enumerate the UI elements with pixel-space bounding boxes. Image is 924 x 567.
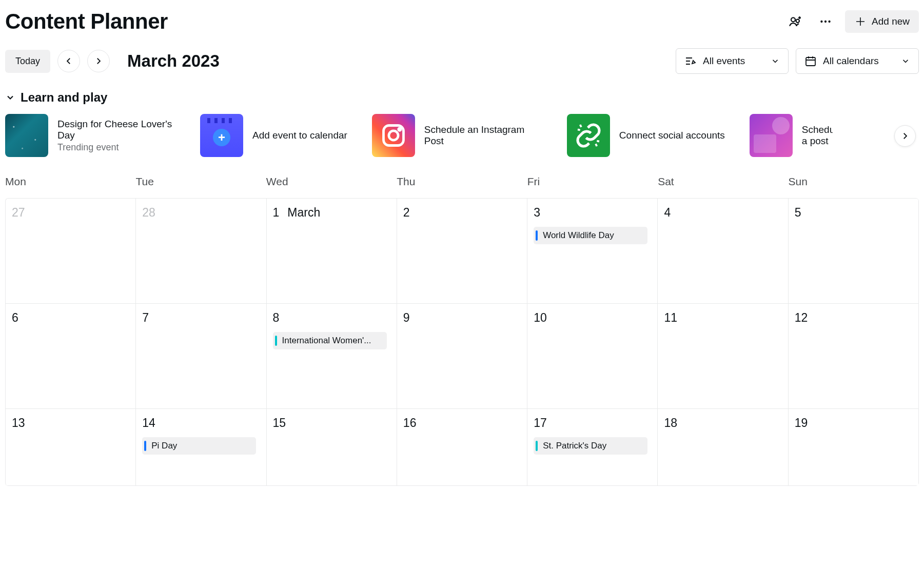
header-actions: Add new bbox=[785, 10, 919, 33]
day-number: 27 bbox=[12, 206, 129, 220]
card-connect-social[interactable]: Connect social accounts bbox=[567, 114, 725, 157]
page-title: Content Planner bbox=[5, 9, 168, 34]
edit-list-icon bbox=[684, 55, 697, 67]
card-title: Connect social accounts bbox=[619, 130, 725, 141]
calendar-day[interactable]: 14Pi Day bbox=[136, 409, 266, 486]
calendar-day[interactable]: 1March bbox=[267, 199, 397, 304]
weekday-label: Tue bbox=[135, 175, 266, 188]
weekday-label: Wed bbox=[266, 175, 397, 188]
day-number: 9 bbox=[403, 311, 521, 325]
svg-point-2 bbox=[820, 21, 822, 23]
event-chip[interactable]: World Wildlife Day bbox=[534, 227, 647, 244]
instagram-icon bbox=[380, 122, 407, 149]
people-plus-icon bbox=[788, 14, 803, 29]
event-color-bar bbox=[536, 230, 538, 241]
day-number: 10 bbox=[534, 311, 651, 325]
day-number: 14 bbox=[142, 416, 260, 430]
calendar-add-thumb bbox=[200, 114, 243, 157]
events-filter-dropdown[interactable]: All events bbox=[676, 48, 789, 74]
svg-point-3 bbox=[824, 21, 827, 23]
card-schedule-post[interactable]: Schedule a post bbox=[750, 114, 852, 157]
day-number: 4 bbox=[664, 206, 781, 220]
share-button[interactable] bbox=[785, 11, 806, 32]
svg-point-7 bbox=[389, 131, 398, 140]
card-title: Add event to calendar bbox=[252, 130, 347, 141]
calendar-day[interactable]: 27 bbox=[6, 199, 136, 304]
calendar-day[interactable]: 6 bbox=[6, 304, 136, 409]
day-number: 11 bbox=[664, 311, 781, 325]
day-number: 13 bbox=[12, 416, 129, 430]
add-new-button[interactable]: Add new bbox=[845, 10, 919, 33]
schedule-thumb bbox=[750, 114, 793, 157]
month-name: March bbox=[287, 206, 320, 220]
day-number: 5 bbox=[795, 206, 912, 220]
calendars-filter-label: All calendars bbox=[823, 55, 895, 67]
chevron-down-icon bbox=[771, 56, 780, 66]
trending-thumb bbox=[5, 114, 48, 157]
day-number: 6 bbox=[12, 311, 129, 325]
calendar-day[interactable]: 5 bbox=[789, 199, 919, 304]
chevron-right-icon bbox=[900, 131, 910, 141]
svg-point-1 bbox=[796, 19, 800, 23]
event-color-bar bbox=[536, 441, 538, 451]
weekday-row: Mon Tue Wed Thu Fri Sat Sun bbox=[5, 171, 919, 198]
plus-icon bbox=[854, 15, 867, 28]
card-trending-event[interactable]: Design for Cheese Lover's Day Trending e… bbox=[5, 114, 175, 157]
day-number: 3 bbox=[534, 206, 651, 220]
events-filter-label: All events bbox=[703, 55, 764, 67]
event-chip[interactable]: Pi Day bbox=[142, 437, 256, 455]
calendar-day[interactable]: 15 bbox=[267, 409, 397, 486]
calendar-day[interactable]: 10 bbox=[527, 304, 658, 409]
calendar-day[interactable]: 8International Women'... bbox=[267, 304, 397, 409]
chevron-down-icon bbox=[901, 56, 910, 66]
chevron-down-icon bbox=[5, 92, 15, 103]
weekday-label: Thu bbox=[397, 175, 527, 188]
event-label: International Women'... bbox=[282, 336, 371, 346]
calendars-filter-dropdown[interactable]: All calendars bbox=[796, 48, 919, 74]
svg-point-8 bbox=[399, 128, 401, 130]
card-add-event[interactable]: Add event to calendar bbox=[200, 114, 347, 157]
calendar-day[interactable]: 17St. Patrick's Day bbox=[527, 409, 658, 486]
next-month-button[interactable] bbox=[87, 50, 110, 72]
more-button[interactable] bbox=[815, 11, 836, 32]
calendar-day[interactable]: 7 bbox=[136, 304, 266, 409]
day-number: 1March bbox=[273, 206, 390, 220]
day-number: 15 bbox=[273, 416, 390, 430]
calendar-day[interactable]: 28 bbox=[136, 199, 266, 304]
calendar-day[interactable]: 2 bbox=[397, 199, 527, 304]
day-number: 19 bbox=[795, 416, 912, 430]
calendar-day[interactable]: 18 bbox=[658, 409, 788, 486]
calendar-day[interactable]: 12 bbox=[789, 304, 919, 409]
calendar-day[interactable]: 16 bbox=[397, 409, 527, 486]
prev-month-button[interactable] bbox=[57, 50, 80, 72]
weekday-label: Sun bbox=[789, 175, 919, 188]
month-label: March 2023 bbox=[127, 51, 220, 71]
today-button[interactable]: Today bbox=[5, 50, 50, 73]
weekday-label: Sat bbox=[658, 175, 788, 188]
more-horizontal-icon bbox=[819, 15, 832, 28]
calendar-icon bbox=[804, 55, 817, 67]
add-new-label: Add new bbox=[872, 16, 910, 27]
scroll-next-button[interactable] bbox=[894, 125, 916, 147]
calendar-day[interactable]: 11 bbox=[658, 304, 788, 409]
day-number: 7 bbox=[142, 311, 260, 325]
day-number: 28 bbox=[142, 206, 260, 220]
calendar-day[interactable]: 13 bbox=[6, 409, 136, 486]
calendar-day[interactable]: 4 bbox=[658, 199, 788, 304]
event-chip[interactable]: International Women'... bbox=[273, 332, 387, 349]
card-subtitle: Trending event bbox=[57, 142, 175, 153]
day-number: 16 bbox=[403, 416, 521, 430]
weekday-label: Fri bbox=[527, 175, 658, 188]
calendar-day[interactable]: 3World Wildlife Day bbox=[527, 199, 658, 304]
event-chip[interactable]: St. Patrick's Day bbox=[534, 437, 647, 455]
learn-play-section-header[interactable]: Learn and play bbox=[5, 88, 919, 114]
cards-row: Design for Cheese Lover's Day Trending e… bbox=[5, 114, 919, 171]
svg-rect-5 bbox=[806, 57, 815, 66]
calendar-day[interactable]: 9 bbox=[397, 304, 527, 409]
section-title: Learn and play bbox=[21, 90, 107, 105]
event-color-bar bbox=[275, 336, 277, 346]
calendar-grid: 27281March23World Wildlife Day45678Inter… bbox=[5, 198, 919, 486]
day-number: 17 bbox=[534, 416, 651, 430]
card-schedule-instagram[interactable]: Schedule an Instagram Post bbox=[372, 114, 542, 157]
calendar-day[interactable]: 19 bbox=[789, 409, 919, 486]
